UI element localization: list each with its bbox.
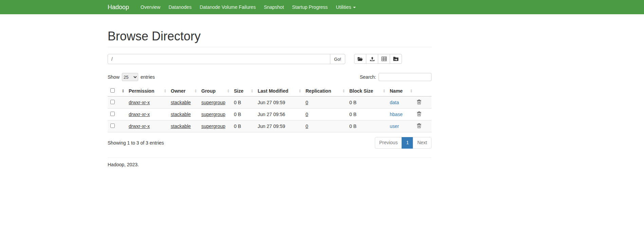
delete-button[interactable] [417,99,421,105]
column-header-label: Owner [171,88,186,94]
pagination-page-1[interactable]: 1 [402,137,413,149]
permission-value[interactable]: drwxr-xr-x [129,112,150,117]
block-size-value: 0 B [349,112,356,117]
pagination: Previous 1 Next [375,137,431,149]
block-size-value: 0 B [349,100,356,105]
nav-datanode-volume-failures-label: Datanode Volume Failures [200,4,256,10]
table-controls: Show 25 entries Search: [108,73,431,81]
folder-move-icon [393,57,399,61]
delete-button[interactable] [417,111,421,116]
column-header-select[interactable]: ▲▼ [108,86,126,96]
create-directory-button[interactable] [354,54,366,64]
pagination-previous[interactable]: Previous [375,137,402,149]
directory-link[interactable]: hbase [390,112,403,117]
table-header-row: ▲▼ Permission▲▼ Owner▲▼ Group▲▼ Size▲▼ L… [108,86,431,96]
group-value[interactable]: supergroup [201,112,225,117]
go-button[interactable]: Go! [330,54,345,64]
column-header-owner[interactable]: Owner▲▼ [168,86,199,96]
concat-files-button[interactable] [378,54,390,64]
column-header-block-size[interactable]: Block Size▲▼ [347,86,387,96]
sort-icon: ▲▼ [195,89,197,93]
nav-overview-label: Overview [141,4,160,10]
column-header-label: Replication [306,88,331,94]
page-footer: Hadoop, 2023. [108,157,431,167]
show-label: Show [108,74,119,80]
page-title: Browse Directory [108,29,431,43]
group-value[interactable]: supergroup [201,100,225,105]
table-icon [382,57,387,61]
nav-datanodes[interactable]: Datanodes [164,4,196,10]
path-input-group: Go! [108,54,345,64]
select-all-checkbox[interactable] [110,88,115,93]
folder-open-icon [357,57,363,61]
last-modified-value: Jun 27 09:59 [258,124,285,129]
column-header-group[interactable]: Group▲▼ [199,86,231,96]
sort-icon: ▲▼ [251,89,253,93]
brand-hadoop[interactable]: Hadoop [108,4,129,11]
upload-files-button[interactable] [366,54,378,64]
delete-button[interactable] [417,123,421,128]
sort-icon: ▲▼ [343,89,345,93]
column-header-permission[interactable]: Permission▲▼ [126,86,168,96]
column-header-size[interactable]: Size▲▼ [231,86,255,96]
owner-value[interactable]: stackable [171,124,191,129]
row-checkbox[interactable] [110,124,115,128]
trash-icon [417,123,421,128]
table-row: drwxr-xr-x stackable supergroup 0 B Jun … [108,120,431,132]
main-container: Browse Directory Go! [108,29,431,167]
column-header-label: Permission [129,88,154,94]
nav-utilities-dropdown[interactable]: Utilities [332,4,360,10]
top-navbar: Hadoop Overview Datanodes Datanode Volum… [0,0,644,14]
column-header-actions [414,86,431,96]
sort-icon: ▲▼ [383,89,385,93]
directory-link[interactable]: user [390,124,399,129]
sort-icon: ▲▼ [164,89,166,93]
directory-link[interactable]: data [390,100,399,105]
search-control: Search: [360,73,431,81]
sort-icon: ▲▼ [299,89,301,93]
column-header-last-modified[interactable]: Last Modified▲▼ [255,86,303,96]
nav-utilities-label: Utilities [336,4,351,10]
replication-value[interactable]: 0 [306,100,308,105]
move-button[interactable] [390,54,402,64]
sort-icon: ▲▼ [227,89,229,93]
table-row: drwxr-xr-x stackable supergroup 0 B Jun … [108,109,431,120]
upload-icon [370,57,375,61]
path-bar: Go! [108,54,431,64]
size-value: 0 B [234,100,241,105]
search-input[interactable] [379,73,431,81]
nav-startup-progress-label: Startup Progress [292,4,328,10]
column-header-label: Size [234,88,243,94]
trash-icon [417,111,421,116]
nav-snapshot[interactable]: Snapshot [260,4,288,10]
row-checkbox[interactable] [110,112,115,116]
replication-value[interactable]: 0 [306,124,308,129]
page-size-select[interactable]: 25 [122,73,138,81]
nav-startup-progress[interactable]: Startup Progress [288,4,332,10]
directory-path-input[interactable] [108,54,330,64]
column-header-label: Last Modified [258,88,288,94]
caret-down-icon [353,7,356,8]
page-size-control: Show 25 entries [108,73,155,81]
permission-value[interactable]: drwxr-xr-x [129,124,150,129]
pagination-next[interactable]: Next [413,137,431,149]
row-checkbox[interactable] [110,100,115,104]
footer-text: Hadoop, 2023. [108,162,431,167]
nav-overview[interactable]: Overview [136,4,164,10]
column-header-label: Group [201,88,216,94]
column-header-name[interactable]: Name▲▼ [387,86,414,96]
block-size-value: 0 B [349,124,356,129]
entries-label: entries [141,74,155,80]
group-value[interactable]: supergroup [201,124,225,129]
footer-divider [108,157,431,158]
nav-datanode-volume-failures[interactable]: Datanode Volume Failures [196,4,260,10]
replication-value[interactable]: 0 [306,112,308,117]
owner-value[interactable]: stackable [171,100,191,105]
table-footer: Showing 1 to 3 of 3 entries Previous 1 N… [108,137,431,149]
permission-value[interactable]: drwxr-xr-x [129,100,150,105]
sort-icon: ▲▼ [410,89,412,93]
column-header-label: Block Size [349,88,373,94]
column-header-replication[interactable]: Replication▲▼ [303,86,347,96]
title-divider [108,47,431,47]
owner-value[interactable]: stackable [171,112,191,117]
